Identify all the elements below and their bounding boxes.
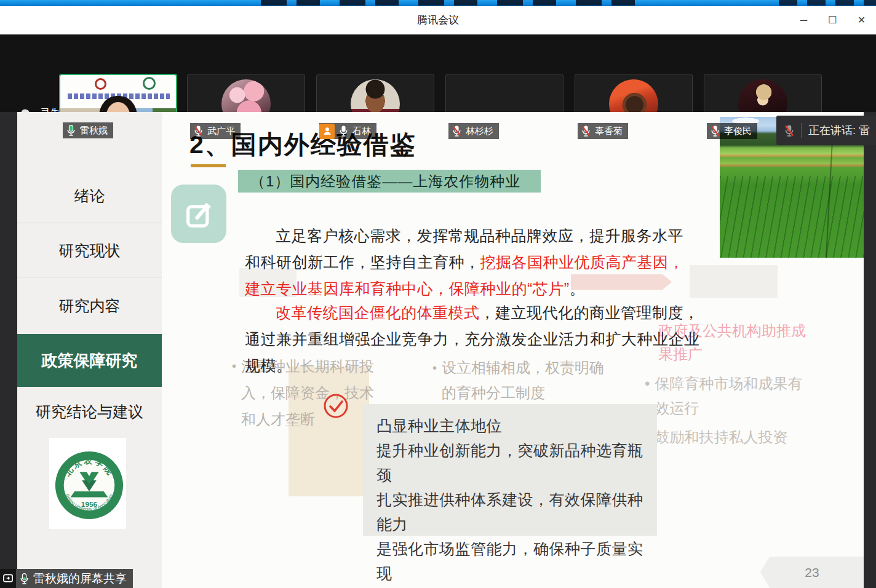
pink-bullet-text: 鼓励和扶持私人投资 (655, 425, 787, 450)
sidebar-item-conclusion: 研究结论与建议 (17, 387, 162, 436)
highlight-line: 是强化市场监管能力，确保种子质量实现 (376, 536, 657, 586)
pink-bullets: • 保障育种市场和成果有效运行 • 鼓励和扶持私人投资 (645, 371, 810, 454)
mic-muted-icon (711, 125, 720, 137)
edit-pencil-icon (171, 185, 226, 243)
paragraph-1-end: 。 (570, 280, 586, 297)
participant-name: 雷秋娥 (80, 125, 108, 137)
screen-share-banner: 雷秋娥的屏幕共享 (0, 569, 133, 588)
mic-muted-icon (194, 125, 203, 137)
participant-name-tag: 林杉杉 (448, 123, 499, 139)
slide-subtitle: （1）国内经验借鉴——上海农作物种业 (238, 170, 541, 193)
sidebar-item-policy-research-active: 政策保障研究 (17, 334, 162, 387)
minimize-button[interactable]: ─ (789, 6, 818, 34)
participant-name-tag: 石林 (319, 123, 376, 139)
divider (801, 123, 802, 138)
background-window-strip (0, 0, 876, 6)
mic-on-icon (20, 573, 29, 585)
title-underline (191, 164, 226, 167)
mic-on-icon (339, 125, 348, 137)
mic-on-icon (66, 124, 76, 137)
participant-name: 李俊民 (724, 125, 752, 137)
highlight-line: 扎实推进供种体系建设，有效保障供种能力 (376, 487, 657, 536)
green-seal-logo-icon (143, 77, 156, 90)
window-controls: ─ ☐ ✕ (789, 6, 876, 34)
title-bar: 腾讯会议 ─ ☐ ✕ (0, 6, 876, 34)
participant-name: 林杉杉 (466, 125, 493, 137)
participant-name-tag: 雷秋娥 (63, 122, 113, 138)
sidebar-item-research-content: 研究内容 (17, 277, 162, 334)
paragraph-2: 改革传统国企僵化的体重模式，建立现代化的商业管理制度，通过兼并重组增强企业竞争力… (245, 300, 700, 379)
background-tab-fragments (779, 0, 876, 6)
maximize-button[interactable]: ☐ (818, 6, 847, 34)
pink-bullet-text: 保障育种市场和成果有效运行 (655, 371, 810, 421)
share-banner-label: 雷秋娥的屏幕共享 (29, 571, 133, 587)
participant-name-tag: 武广平 (190, 123, 241, 139)
pink-bullet-item: • 鼓励和扶持私人投资 (645, 425, 810, 450)
host-badge-icon (319, 124, 335, 139)
share-left-gutter (0, 112, 17, 588)
background-tab-fragments (261, 0, 655, 6)
red-check-icon (322, 392, 349, 422)
participant-name: 辜香菊 (595, 125, 623, 137)
paragraph-2-red: 改革传统国企僵化的体重模式 (276, 304, 480, 321)
page-number-ribbon: 23 (760, 557, 864, 588)
share-right-gutter (864, 112, 876, 588)
speaking-indicator[interactable]: 正在讲话: 雷 (776, 116, 876, 145)
speaking-label: 正在讲话: 雷 (808, 123, 870, 138)
red-seal-logo-icon (95, 78, 106, 90)
page-number: 23 (805, 565, 819, 580)
highlight-box: 凸显种业主体地位 提升种业创新能力，突破新品种选育瓶颈 扎实推进供种体系建设，有… (363, 404, 657, 536)
sidebar-item-research-status: 研究现状 (17, 223, 162, 277)
participant-name: 武广平 (207, 125, 235, 137)
participant-video-strip: 录制中 雷秋娥 (0, 34, 876, 112)
participant-name: 石林 (352, 125, 371, 137)
mic-muted-icon (452, 125, 461, 137)
bullet-icon: • (232, 353, 236, 432)
participant-name-tag: 李俊民 (707, 123, 757, 139)
participant-name-tag: 辜香菊 (578, 123, 628, 139)
highlight-line: 提升种业创新能力，突破新品种选育瓶颈 (376, 438, 657, 487)
share-screen-icon (0, 569, 16, 588)
tencent-meeting-window: 腾讯会议 ─ ☐ ✕ 录制中 (0, 0, 876, 588)
mic-muted-icon (784, 124, 794, 137)
crop-rows (720, 176, 864, 258)
close-button[interactable]: ✕ (847, 6, 876, 34)
highlight-line: 深入推进种业体制机制改革 (376, 586, 657, 588)
university-logo: 北京农学院 1956 Beijing University of Agricul… (49, 438, 126, 529)
window-title: 腾讯会议 (0, 6, 876, 34)
decor-box (690, 265, 778, 298)
mic-muted-icon (581, 125, 591, 137)
sidebar-item-intro: 绪论 (17, 169, 162, 223)
pink-bullet-item: • 保障育种市场和成果有效运行 (645, 371, 810, 421)
highlight-line: 凸显种业主体地位 (376, 413, 657, 438)
paragraph-1: 立足客户核心需求，发挥常规品种品牌效应，提升服务水平和科研创新工作，坚持自主育种… (245, 223, 685, 302)
